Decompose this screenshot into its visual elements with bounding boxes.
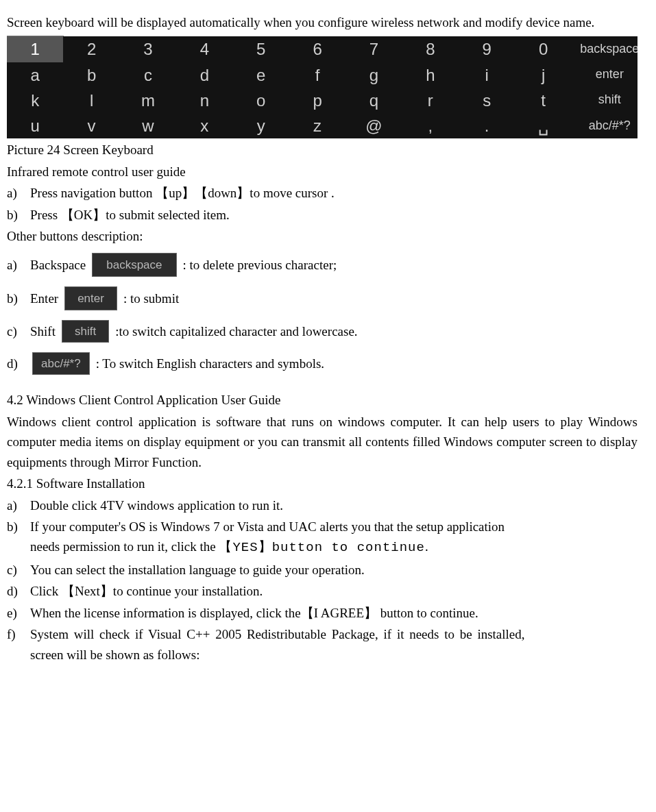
install-step-b-line1: If your computer's OS is Windows 7 or Vi… bbox=[30, 519, 505, 534]
backspace-desc: : to delete previous character; bbox=[183, 255, 337, 275]
key-u[interactable]: u bbox=[7, 113, 63, 138]
key-h[interactable]: h bbox=[402, 62, 459, 88]
key-at[interactable]: @ bbox=[345, 113, 402, 138]
list-marker: b) bbox=[7, 205, 26, 225]
mode-switch-chip-icon: abc/#*? bbox=[32, 352, 90, 375]
key-1[interactable]: 1 bbox=[7, 36, 63, 62]
list-marker: f) bbox=[7, 624, 26, 644]
backspace-chip-icon: backspace bbox=[92, 253, 176, 277]
list-marker: a) bbox=[7, 183, 26, 203]
install-step-b-post: . bbox=[425, 539, 428, 554]
install-step-b-pre: needs permission to run it, click the bbox=[30, 539, 219, 554]
install-step-a: Double click 4TV windows application to … bbox=[30, 495, 637, 515]
section-4-2-title: 4.2 Windows Client Control Application U… bbox=[7, 390, 637, 410]
key-shift[interactable]: shift bbox=[572, 88, 637, 113]
key-5[interactable]: 5 bbox=[233, 36, 289, 62]
enter-label: Enter bbox=[30, 288, 58, 308]
key-period[interactable]: . bbox=[459, 113, 515, 138]
keyboard-row-1: 1 2 3 4 5 6 7 8 9 0 backspace bbox=[7, 36, 637, 62]
key-3[interactable]: 3 bbox=[120, 36, 176, 62]
key-7[interactable]: 7 bbox=[345, 36, 402, 62]
enter-desc: : to submit bbox=[123, 288, 179, 308]
key-l[interactable]: l bbox=[63, 88, 119, 113]
key-backspace[interactable]: backspace bbox=[572, 36, 637, 62]
keyboard-row-3: k l m n o p q r s t shift bbox=[7, 88, 637, 113]
key-k[interactable]: k bbox=[7, 88, 63, 113]
key-y[interactable]: y bbox=[233, 113, 289, 138]
key-t[interactable]: t bbox=[515, 88, 571, 113]
key-x[interactable]: x bbox=[176, 113, 232, 138]
keyboard-caption: Picture 24 Screen Keyboard bbox=[7, 140, 637, 160]
mode-switch-desc: : To switch English characters and symbo… bbox=[96, 354, 324, 373]
list-marker: e) bbox=[7, 603, 26, 623]
key-w[interactable]: w bbox=[120, 113, 176, 138]
key-mode-switch[interactable]: abc/#*? bbox=[572, 113, 637, 138]
key-q[interactable]: q bbox=[345, 88, 402, 113]
key-a[interactable]: a bbox=[7, 62, 63, 88]
key-comma[interactable]: , bbox=[402, 113, 459, 138]
list-marker: b) bbox=[7, 288, 26, 308]
key-space[interactable]: ␣ bbox=[515, 113, 571, 138]
screen-keyboard: 1 2 3 4 5 6 7 8 9 0 backspace a b c d e … bbox=[7, 36, 637, 138]
install-step-b-mono: 【YES】button to continue bbox=[219, 540, 424, 555]
key-8[interactable]: 8 bbox=[402, 36, 459, 62]
key-i[interactable]: i bbox=[459, 62, 515, 88]
key-0[interactable]: 0 bbox=[515, 36, 571, 62]
shift-label: Shift bbox=[30, 321, 56, 341]
key-e[interactable]: e bbox=[233, 62, 289, 88]
key-9[interactable]: 9 bbox=[459, 36, 515, 62]
key-c[interactable]: c bbox=[120, 62, 176, 88]
ir-step-b: Press 【OK】to submit selected item. bbox=[30, 205, 637, 225]
ir-guide-title: Infrared remote control user guide bbox=[7, 162, 637, 182]
install-step-f: System will check if Visual C++ 2005 Red… bbox=[30, 624, 637, 665]
backspace-label: Backspace bbox=[30, 255, 86, 275]
key-f[interactable]: f bbox=[289, 62, 345, 88]
key-2[interactable]: 2 bbox=[63, 36, 119, 62]
other-buttons-title: Other buttons description: bbox=[7, 226, 637, 246]
list-marker: a) bbox=[7, 255, 26, 275]
list-marker: d) bbox=[7, 354, 26, 373]
keyboard-row-4: u v w x y z @ , . ␣ abc/#*? bbox=[7, 113, 637, 138]
list-marker: a) bbox=[7, 495, 26, 515]
install-step-f-line2: screen will be shown as follows: bbox=[30, 648, 199, 662]
shift-desc: :to switch capitalized character and low… bbox=[115, 321, 357, 341]
intro-paragraph: Screen keyboard will be displayed automa… bbox=[7, 12, 637, 32]
key-j[interactable]: j bbox=[515, 62, 571, 88]
keyboard-row-2: a b c d e f g h i j enter bbox=[7, 62, 637, 88]
section-4-2-paragraph: Windows client control application is so… bbox=[7, 412, 637, 472]
ir-step-a: Press navigation button 【up】【down】to mov… bbox=[30, 183, 637, 203]
key-o[interactable]: o bbox=[233, 88, 289, 113]
key-d[interactable]: d bbox=[176, 62, 232, 88]
list-marker: d) bbox=[7, 581, 26, 601]
install-step-d: Click 【Next】to continue your installatio… bbox=[30, 581, 637, 601]
list-marker: b) bbox=[7, 517, 26, 537]
key-p[interactable]: p bbox=[289, 88, 345, 113]
key-enter[interactable]: enter bbox=[572, 62, 637, 88]
key-6[interactable]: 6 bbox=[289, 36, 345, 62]
key-4[interactable]: 4 bbox=[176, 36, 232, 62]
key-g[interactable]: g bbox=[345, 62, 402, 88]
key-s[interactable]: s bbox=[459, 88, 515, 113]
section-4-2-1-title: 4.2.1 Software Installation bbox=[7, 473, 637, 493]
list-marker: c) bbox=[7, 560, 26, 580]
install-step-b: If your computer's OS is Windows 7 or Vi… bbox=[30, 517, 637, 558]
key-z[interactable]: z bbox=[289, 113, 345, 138]
install-step-e: When the license information is displaye… bbox=[30, 603, 637, 623]
install-step-f-line1: System will check if Visual C++ 2005 Red… bbox=[30, 627, 525, 641]
key-m[interactable]: m bbox=[120, 88, 176, 113]
enter-chip-icon: enter bbox=[64, 286, 117, 310]
shift-chip-icon: shift bbox=[62, 320, 109, 343]
key-b[interactable]: b bbox=[63, 62, 119, 88]
key-r[interactable]: r bbox=[402, 88, 459, 113]
list-marker: c) bbox=[7, 321, 26, 341]
key-v[interactable]: v bbox=[63, 113, 119, 138]
install-step-c: You can select the installation language… bbox=[30, 560, 637, 580]
key-n[interactable]: n bbox=[176, 88, 232, 113]
